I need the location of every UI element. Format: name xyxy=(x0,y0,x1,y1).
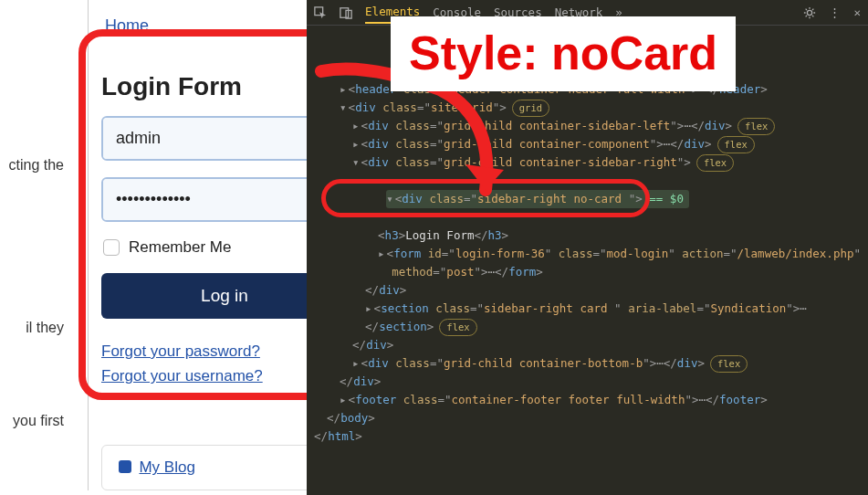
page-text-fragment: il they xyxy=(0,320,64,336)
username-input[interactable] xyxy=(103,118,340,159)
svg-rect-1 xyxy=(340,7,349,17)
svg-point-3 xyxy=(808,10,812,15)
my-blog-link[interactable]: My Blog xyxy=(139,458,194,476)
annotation-label: Style: noCard xyxy=(391,16,736,91)
remember-me-label: Remember Me xyxy=(129,238,231,257)
remember-me-checkbox[interactable] xyxy=(103,239,120,256)
page-text-fragment: cting the xyxy=(0,157,64,174)
close-devtools-icon[interactable]: ✕ xyxy=(853,5,861,19)
device-icon[interactable] xyxy=(340,6,352,19)
selected-dom-node[interactable]: ▾<div class="sidebar-right no-card "> ==… xyxy=(386,190,689,208)
kebab-icon[interactable]: ⋮ xyxy=(829,5,841,19)
inspect-icon[interactable] xyxy=(314,6,327,19)
page-text-fragment: you first xyxy=(0,413,64,429)
gear-icon[interactable] xyxy=(803,6,816,19)
password-input[interactable] xyxy=(103,179,340,220)
rss-icon xyxy=(119,460,131,473)
